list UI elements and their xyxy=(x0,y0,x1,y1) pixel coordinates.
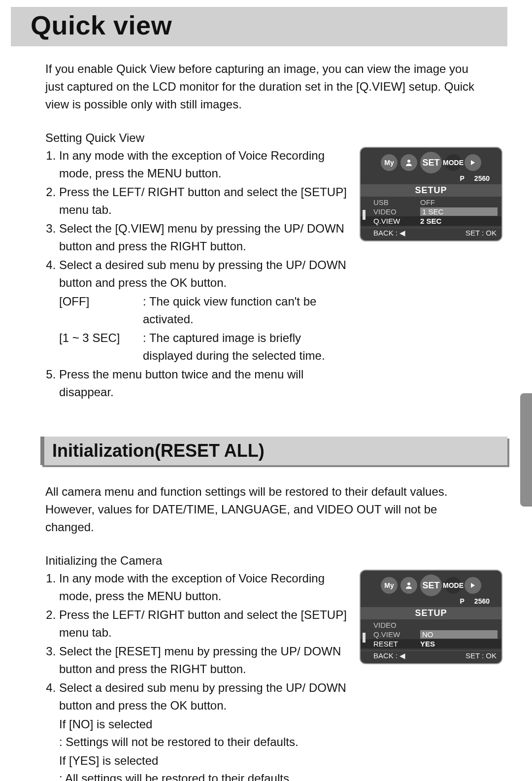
person-icon xyxy=(400,577,417,594)
lcd-setok: SET : OK xyxy=(466,229,497,238)
option-key: [OFF] xyxy=(59,293,143,328)
step: Select the [RESET] menu by pressing the … xyxy=(59,643,348,678)
option-key: [1 ~ 3 SEC] xyxy=(59,329,143,365)
my-icon: My xyxy=(381,577,398,594)
svg-marker-1 xyxy=(471,160,475,165)
option-desc: : All settings will be restored to their… xyxy=(59,770,293,781)
step: Press the menu button twice and the menu… xyxy=(59,366,348,401)
lcd-back: BACK : ◀ xyxy=(373,651,405,660)
p-indicator: P xyxy=(460,597,465,605)
scroll-indicator xyxy=(363,210,366,220)
section2-title-bar: Initialization(RESET ALL) xyxy=(40,437,507,465)
option-key: If [NO] is selected xyxy=(59,715,167,733)
lcd-header: SETUP xyxy=(361,184,501,197)
step: In any mode with the exception of Voice … xyxy=(59,570,348,605)
p-indicator: P xyxy=(460,174,465,182)
set-icon: SET xyxy=(420,575,442,596)
svg-point-0 xyxy=(407,160,410,163)
section2-title: Initialization(RESET ALL) xyxy=(52,441,499,461)
lcd-preview-qview: My SET MODE P 2560 SETUP USBOFF xyxy=(360,147,507,241)
my-icon: My xyxy=(381,154,398,171)
scroll-indicator xyxy=(363,633,366,643)
play-icon xyxy=(465,577,481,594)
section-title-bar: Quick view xyxy=(11,7,507,46)
res-indicator: 2560 xyxy=(474,174,490,182)
svg-point-2 xyxy=(407,582,410,585)
option-desc: : The quick view function can't be activ… xyxy=(143,293,348,328)
step-list-1: In any mode with the exception of Voice … xyxy=(45,147,348,402)
step: In any mode with the exception of Voice … xyxy=(59,147,348,182)
step: Press the LEFT/ RIGHT button and select … xyxy=(59,606,348,642)
section2-intro: All camera menu and function settings wi… xyxy=(45,483,479,536)
mode-icon: MODE xyxy=(445,577,462,594)
set-icon: SET xyxy=(420,152,442,173)
lcd-preview-reset: My SET MODE P 2560 SETUP VIDEO xyxy=(360,570,507,664)
lcd-setok: SET : OK xyxy=(466,651,497,660)
manual-page: Quick view If you enable Quick View befo… xyxy=(0,0,532,781)
subsection-title: Setting Quick View xyxy=(45,131,507,145)
steps-block-2: In any mode with the exception of Voice … xyxy=(45,570,507,781)
option-desc: : The captured image is briefly displaye… xyxy=(143,329,348,365)
step: Press the LEFT/ RIGHT button and select … xyxy=(59,183,348,219)
steps-block-1: In any mode with the exception of Voice … xyxy=(45,147,507,402)
step: Select a desired sub menu by pressing th… xyxy=(59,256,348,365)
play-icon xyxy=(465,154,481,171)
lcd-header: SETUP xyxy=(361,607,501,619)
res-indicator: 2560 xyxy=(474,597,490,605)
intro-paragraph: If you enable Quick View before capturin… xyxy=(45,60,479,113)
step: Select the [Q.VIEW] menu by pressing the… xyxy=(59,220,348,255)
section2-subtitle: Initializing the Camera xyxy=(45,554,507,568)
step-list-2: In any mode with the exception of Voice … xyxy=(45,570,348,781)
svg-marker-3 xyxy=(471,583,475,588)
option-key: If [YES] is selected xyxy=(59,752,167,770)
step: Select a desired sub menu by pressing th… xyxy=(59,679,348,781)
option-desc: : Settings will not be restored to their… xyxy=(59,733,299,751)
lcd-back: BACK : ◀ xyxy=(373,229,405,238)
page-title: Quick view xyxy=(31,10,488,40)
person-icon xyxy=(400,154,417,171)
side-tab xyxy=(520,393,532,507)
mode-icon: MODE xyxy=(445,154,462,171)
